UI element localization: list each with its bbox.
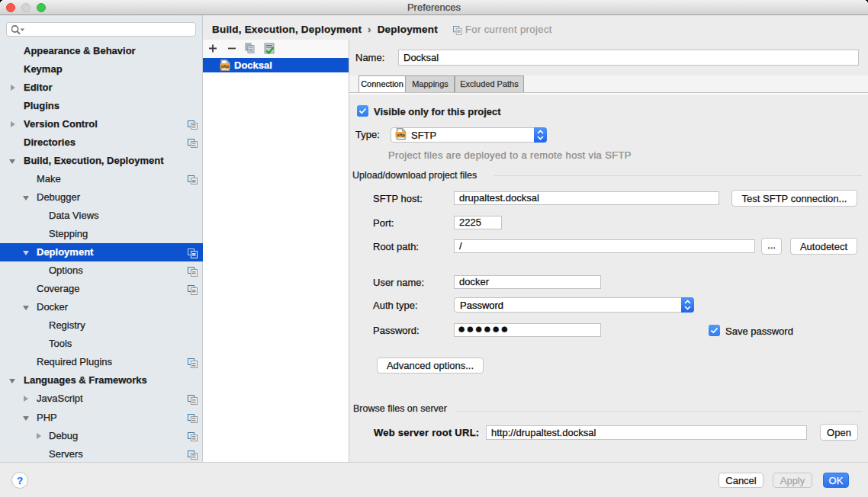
svg-text:sftp: sftp <box>221 64 230 69</box>
svg-text:sftp: sftp <box>397 133 405 137</box>
